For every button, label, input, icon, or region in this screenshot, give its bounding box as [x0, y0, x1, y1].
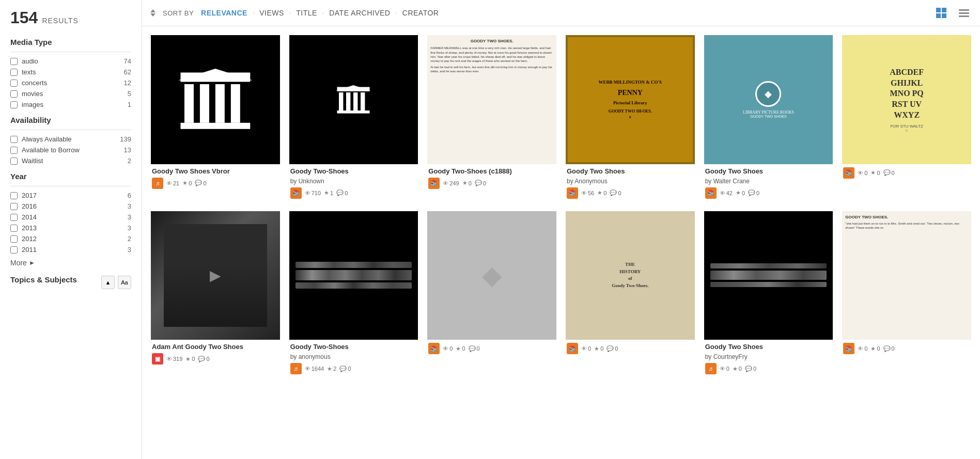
list-view-button[interactable] — [956, 5, 972, 21]
views-icon: 👁 — [305, 190, 310, 196]
item-favorites: ★ 2 — [327, 366, 336, 372]
filter-checkbox-audio[interactable] — [10, 58, 18, 65]
item-views: 👁 1644 — [305, 366, 324, 372]
filter-checkbox-texts[interactable] — [10, 69, 18, 76]
filter-label-year: 2014 — [22, 213, 123, 221]
item-info: 📚 👁 0 ★ 0 💬 0 — [566, 340, 695, 357]
sort-options: RELEVANCE·VIEWS·TITLE·DATE ARCHIVED·CREA… — [201, 9, 439, 17]
filter-avail-always-available[interactable]: Always Available 139 — [10, 135, 131, 143]
more-button[interactable]: More ► — [10, 259, 35, 267]
item-favorites: ★ 0 — [594, 345, 603, 352]
filter-checkbox-images[interactable] — [10, 101, 18, 108]
item-grid: Goody Two Shoes Vbror ♬ 👁 21 ★ 0 💬 0 Go — [142, 26, 980, 459]
filter-media-images[interactable]: images 1 — [10, 101, 131, 108]
filter-year-2011[interactable]: 2011 3 — [10, 246, 131, 254]
item-meta: ▣ 👁 319 ★ 0 💬 0 — [152, 353, 279, 365]
sort-arrows[interactable] — [150, 9, 155, 17]
filter-year-2016[interactable]: 2016 3 — [10, 202, 131, 210]
sort-dot-3: · — [322, 9, 324, 17]
item-meta: 📚 👁 0 ★ 0 💬 0 — [843, 343, 970, 354]
grid-cell-1 — [936, 8, 941, 12]
filter-checkbox-avail-available-to-borrow[interactable] — [10, 147, 18, 154]
favorites-icon: ★ — [185, 356, 191, 362]
item-info: 📚 👁 0 ★ 0 💬 0 — [427, 340, 556, 357]
list-view-icon — [959, 9, 969, 17]
item-card[interactable]: THE HISTORY of Goody Two-Shoes. 📚 👁 0 ★ … — [565, 211, 695, 378]
item-comments: 💬 0 — [195, 180, 206, 186]
filter-checkbox-avail-always-available[interactable] — [10, 136, 18, 143]
comments-icon: 💬 — [195, 180, 202, 186]
views-icon: 👁 — [858, 170, 863, 176]
filter-checkbox-movies[interactable] — [10, 90, 18, 98]
sort-option-views[interactable]: VIEWS — [259, 9, 284, 17]
svg-rect-4 — [231, 84, 240, 123]
item-card[interactable]: ◆ 📚 👁 0 ★ 0 💬 0 — [427, 211, 557, 378]
grid-view-button[interactable] — [934, 5, 949, 21]
sort-option-title[interactable]: TITLE — [296, 9, 317, 17]
item-card[interactable]: Goody Two Shoes by CourtneyFry ♬ 👁 0 ★ 0… — [704, 211, 834, 378]
filter-count-movies: 5 — [128, 90, 131, 98]
filter-count-avail: 13 — [124, 146, 131, 154]
filter-year-2014[interactable]: 2014 3 — [10, 213, 131, 221]
filter-media-audio[interactable]: audio 74 — [10, 57, 131, 65]
item-card[interactable]: GOODY TWO SHOES. "she had put them on to… — [842, 211, 972, 378]
filter-avail-waitlist[interactable]: Waitlist 2 — [10, 157, 131, 165]
filter-checkbox-year-2014[interactable] — [10, 214, 18, 221]
topics-header: Topics & Subjects ▲ Aa — [10, 275, 131, 289]
year-filters: 2017 6 2016 3 2014 3 2013 3 2012 2 2011 … — [10, 192, 131, 254]
filter-year-2017[interactable]: 2017 6 — [10, 192, 131, 199]
filter-media-movies[interactable]: movies 5 — [10, 90, 131, 98]
grid-cell-4 — [942, 13, 946, 18]
svg-rect-12 — [337, 110, 370, 114]
item-card[interactable]: ◆ LIBRARY PICTURE BOOKS GOODY TWO SHOES … — [704, 35, 834, 202]
filter-year-2012[interactable]: 2012 2 — [10, 235, 131, 243]
item-card[interactable]: Goody Two-Shoes by Unknown 📚 👁 710 ★ 1 💬… — [289, 35, 419, 202]
filter-checkbox-year-2012[interactable] — [10, 235, 18, 243]
favorites-icon: ★ — [462, 180, 468, 186]
sort-option-relevance[interactable]: RELEVANCE — [201, 9, 247, 17]
filter-media-texts[interactable]: texts 62 — [10, 68, 131, 76]
filter-checkbox-year-2016[interactable] — [10, 203, 18, 210]
media-icon-book: 📚 — [428, 343, 440, 354]
item-card[interactable]: WEBB MILLINGTON & CO'S PENNY Pictorial L… — [565, 35, 695, 202]
filter-avail-available-to-borrow[interactable]: Available to Borrow 13 — [10, 146, 131, 154]
filter-label-texts: texts — [22, 68, 120, 76]
sort-up-icon — [150, 9, 155, 12]
item-meta: ♬ 👁 0 ★ 0 💬 0 — [705, 363, 832, 374]
filter-count-year: 2 — [128, 235, 131, 243]
item-card[interactable]: Goody Two-Shoes by anonymous ♬ 👁 1644 ★ … — [289, 211, 419, 378]
filter-checkbox-year-2017[interactable] — [10, 192, 18, 199]
results-count: 154 RESULTS — [10, 8, 131, 27]
topics-text-button[interactable]: Aa — [118, 276, 131, 289]
item-views: 👁 710 — [305, 190, 321, 196]
filter-checkbox-year-2011[interactable] — [10, 246, 18, 254]
sort-option-date archived[interactable]: DATE ARCHIVED — [329, 9, 390, 17]
filter-checkbox-concerts[interactable] — [10, 80, 18, 87]
filter-label-avail: Always Available — [22, 135, 116, 143]
item-comments: 💬 0 — [883, 169, 895, 176]
views-icon: 👁 — [166, 180, 172, 186]
item-card[interactable]: Goody Two Shoes Vbror ♬ 👁 21 ★ 0 💬 0 — [150, 35, 281, 202]
media-icon-audio: ♬ — [290, 363, 302, 374]
grid-view-icon — [936, 8, 946, 18]
comments-icon: 💬 — [198, 356, 205, 362]
filter-year-2013[interactable]: 2013 3 — [10, 224, 131, 232]
topics-view-toggle: ▲ Aa — [101, 276, 131, 289]
item-views: 👁 42 — [720, 190, 733, 196]
sort-down-icon — [150, 13, 155, 17]
sort-option-creator[interactable]: CREATOR — [402, 9, 439, 17]
media-icon-book: 📚 — [705, 187, 717, 199]
item-info: Goody Two-Shoes by Unknown 📚 👁 710 ★ 1 💬… — [289, 164, 418, 202]
item-comments: 💬 0 — [606, 345, 618, 352]
filter-label-year: 2017 — [22, 192, 123, 199]
filter-checkbox-avail-waitlist[interactable] — [10, 157, 18, 165]
filter-media-concerts[interactable]: concerts 12 — [10, 79, 131, 87]
item-title: Goody Two Shoes — [705, 343, 832, 352]
item-card[interactable]: ▶ Adam Ant Goody Two Shoes ▣ 👁 319 ★ 0 💬… — [150, 211, 281, 378]
item-card[interactable]: GOODY TWO SHOES. FARMER MEANWELL was at … — [427, 35, 557, 202]
filter-label-images: images — [22, 101, 123, 108]
filter-checkbox-year-2013[interactable] — [10, 225, 18, 232]
item-card[interactable]: ABCDEF GHIJKL MNO PQ RST UV WXYZ FOR STU… — [842, 35, 972, 202]
topics-chart-button[interactable]: ▲ — [101, 276, 115, 289]
results-number: 154 — [10, 8, 38, 27]
